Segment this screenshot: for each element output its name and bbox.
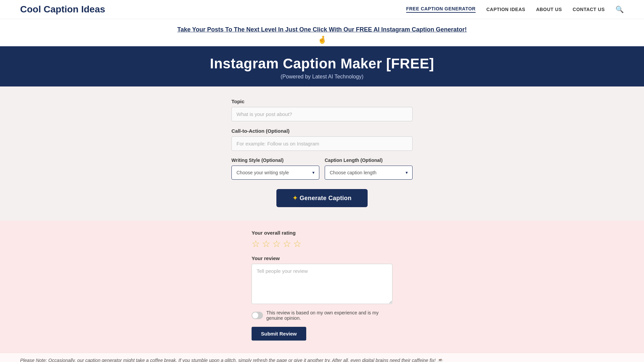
genuine-toggle[interactable] [252,312,263,319]
generate-button[interactable]: ✦Generate Caption [276,189,368,207]
form-section: Topic Call-to-Action (Optional) Writing … [0,86,644,221]
toggle-slider [252,312,263,319]
search-icon[interactable]: 🔍 [615,5,624,13]
generate-button-label: Generate Caption [300,195,352,201]
cta-input[interactable] [231,136,413,151]
writing-style-label: Writing Style (Optional) [231,158,319,163]
navbar: Cool Caption Ideas FREE CAPTION GENERATO… [0,0,644,19]
caption-length-label: Caption Length (Optional) [325,158,413,163]
hero-section: Instagram Caption Maker [FREE] (Powered … [0,46,644,86]
nav-contact-us[interactable]: CONTACT US [573,7,605,12]
review-section: Your overall rating ☆ ☆ ☆ ☆ ☆ Your revie… [0,221,644,353]
toggle-row: This review is based on my own experienc… [252,310,392,321]
star-2[interactable]: ☆ [262,238,270,249]
hero-subtitle: (Powered by Latest AI Technology) [7,74,637,80]
caption-length-col: Caption Length (Optional) Choose caption… [325,158,413,180]
promo-link[interactable]: Take Your Posts To The Next Level In Jus… [177,26,467,33]
topic-label: Topic [231,99,413,104]
nav-about-us[interactable]: ABOUT US [536,7,562,12]
options-row: Writing Style (Optional) Choose your wri… [231,158,413,180]
cta-group: Call-to-Action (Optional) [231,128,413,151]
writing-style-col: Writing Style (Optional) Choose your wri… [231,158,319,180]
note-text: Please Note: Occasionally, our caption g… [20,358,443,362]
nav-free-caption[interactable]: FREE CAPTION GENERATOR [406,6,476,13]
topic-group: Topic [231,99,413,121]
writing-style-select-wrapper: Choose your writing style Funny Inspirat… [231,166,319,180]
promo-banner: Take Your Posts To The Next Level In Jus… [0,19,644,46]
writing-style-select[interactable]: Choose your writing style Funny Inspirat… [231,166,319,180]
caption-length-select[interactable]: Choose caption length Short Medium Long [325,166,413,180]
review-container: Your overall rating ☆ ☆ ☆ ☆ ☆ Your revie… [252,230,392,341]
submit-review-button[interactable]: Submit Review [252,327,306,341]
caption-length-select-wrapper: Choose caption length Short Medium Long [325,166,413,180]
note-bar: Please Note: Occasionally, our caption g… [0,353,644,362]
hero-title: Instagram Caption Maker [FREE] [7,56,637,72]
form-container: Topic Call-to-Action (Optional) Writing … [231,99,413,207]
star-1[interactable]: ☆ [252,238,260,249]
cta-label: Call-to-Action (Optional) [231,128,413,134]
star-rating: ☆ ☆ ☆ ☆ ☆ [252,238,392,249]
nav-links: FREE CAPTION GENERATOR CAPTION IDEAS ABO… [406,5,624,13]
toggle-label: This review is based on my own experienc… [266,310,392,321]
star-5[interactable]: ☆ [293,238,302,249]
star-3[interactable]: ☆ [272,238,281,249]
topic-input[interactable] [231,107,413,121]
sparkle-icon: ✦ [292,195,298,201]
review-textarea[interactable] [252,264,392,304]
star-4[interactable]: ☆ [283,238,291,249]
promo-emoji: 🤞 [7,36,637,44]
rating-label: Your overall rating [252,230,392,236]
nav-caption-ideas[interactable]: CAPTION IDEAS [486,7,525,12]
logo[interactable]: Cool Caption Ideas [20,4,105,15]
review-label: Your review [252,255,392,261]
